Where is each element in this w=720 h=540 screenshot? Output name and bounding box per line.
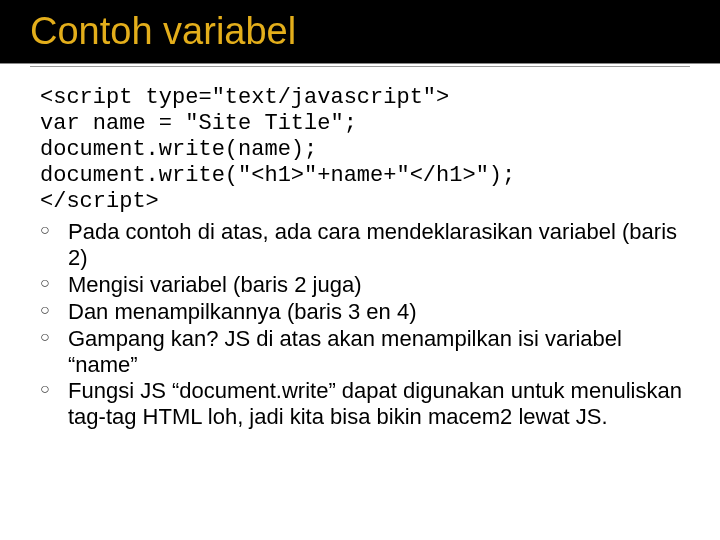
list-item: Gampang kan? JS di atas akan menampilkan… bbox=[40, 326, 690, 378]
slide-title: Contoh variabel bbox=[30, 10, 690, 53]
code-line-5a: </scr bbox=[40, 189, 106, 214]
code-line-5b: ipt> bbox=[106, 189, 159, 214]
title-underline bbox=[30, 66, 690, 67]
bullet-text: Pada contoh di atas, ada cara mendeklara… bbox=[68, 219, 677, 270]
list-item: Pada contoh di atas, ada cara mendeklara… bbox=[40, 219, 690, 271]
bullet-text: Fungsi JS “document.write” dapat digunak… bbox=[68, 378, 682, 429]
list-item: Mengisi variabel (baris 2 juga) bbox=[40, 272, 690, 298]
code-line-4: document.write("<h1>"+name+"</h1>"); bbox=[40, 163, 515, 188]
code-line-2: var name = "Site Title"; bbox=[40, 111, 357, 136]
bullet-text: Mengisi variabel (baris 2 juga) bbox=[68, 272, 361, 297]
slide: Contoh variabel <script type="text/javas… bbox=[0, 0, 720, 540]
code-line-1: <script type="text/javascript"> bbox=[40, 85, 449, 110]
bullet-list: Pada contoh di atas, ada cara mendeklara… bbox=[40, 219, 690, 431]
bullet-text: Gampang kan? JS di atas akan menampilkan… bbox=[68, 326, 622, 377]
title-bar: Contoh variabel bbox=[0, 0, 720, 64]
code-block: <script type="text/javascript"> var name… bbox=[40, 85, 690, 215]
list-item: Dan menampilkannya (baris 3 en 4) bbox=[40, 299, 690, 325]
slide-body: <script type="text/javascript"> var name… bbox=[0, 85, 720, 430]
code-line-3: document.write(name); bbox=[40, 137, 317, 162]
bullet-text: Dan menampilkannya (baris 3 en 4) bbox=[68, 299, 417, 324]
list-item: Fungsi JS “document.write” dapat digunak… bbox=[40, 378, 690, 430]
